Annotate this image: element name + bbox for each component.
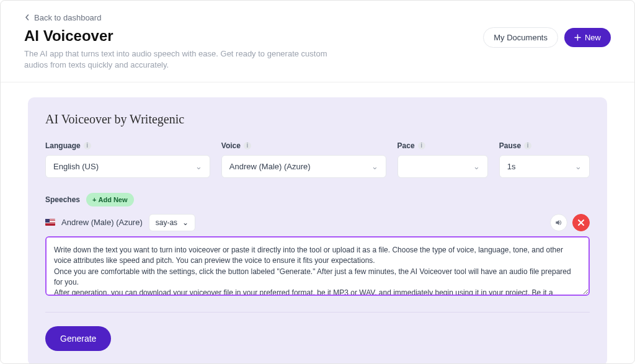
add-new-speech-button[interactable]: + Add New: [86, 193, 134, 206]
speaker-icon: [554, 218, 563, 227]
chevron-down-icon: ⌄: [182, 218, 189, 227]
us-flag-icon: [45, 219, 55, 226]
generate-button[interactable]: Generate: [45, 326, 111, 351]
say-as-value: say-as: [156, 218, 177, 227]
chevron-left-icon: [24, 14, 30, 20]
play-audio-button[interactable]: [550, 214, 567, 231]
back-to-dashboard-link[interactable]: Back to dashboard: [24, 13, 101, 22]
new-button[interactable]: New: [564, 28, 611, 47]
panel-title: AI Voiceover by Writegenic: [45, 112, 590, 127]
pace-label: Pace i: [397, 141, 488, 150]
page-title: AI Voiceover: [24, 27, 347, 45]
chevron-down-icon: ⌄: [473, 162, 480, 171]
voice-value: Andrew (Male) (Azure): [229, 162, 311, 171]
plus-icon: [574, 34, 581, 41]
new-button-label: New: [585, 33, 601, 42]
language-label: Language i: [45, 141, 210, 150]
divider: [45, 312, 590, 313]
pause-select[interactable]: 1s ⌄: [499, 155, 590, 178]
language-select[interactable]: English (US) ⌄: [45, 155, 210, 178]
my-documents-button[interactable]: My Documents: [483, 27, 558, 48]
say-as-select[interactable]: say-as ⌄: [149, 214, 195, 231]
close-icon: [577, 219, 585, 226]
pause-value: 1s: [507, 162, 516, 171]
language-value: English (US): [53, 162, 99, 171]
speech-text-input[interactable]: [45, 236, 590, 296]
info-icon[interactable]: i: [418, 142, 425, 149]
pace-select[interactable]: ⌄: [397, 155, 488, 178]
info-icon[interactable]: i: [244, 142, 251, 149]
add-new-label: Add New: [98, 196, 127, 203]
voice-label: Voice i: [221, 141, 386, 150]
voice-select[interactable]: Andrew (Male) (Azure) ⌄: [221, 155, 386, 178]
voiceover-panel: AI Voiceover by Writegenic Language i En…: [28, 97, 607, 363]
delete-speech-button[interactable]: [572, 214, 590, 231]
info-icon[interactable]: i: [524, 142, 531, 149]
page-subtitle: The AI app that turns text into audio sp…: [24, 48, 347, 71]
pause-label: Pause i: [499, 141, 590, 150]
plus-icon: +: [92, 196, 96, 203]
chevron-down-icon: ⌄: [575, 162, 582, 171]
speeches-label: Speeches: [45, 195, 80, 204]
info-icon[interactable]: i: [84, 142, 91, 149]
chevron-down-icon: ⌄: [371, 162, 378, 171]
chevron-down-icon: ⌄: [195, 162, 202, 171]
speech-voice-name: Andrew (Male) (Azure): [61, 218, 143, 227]
back-link-label: Back to dashboard: [34, 13, 101, 22]
